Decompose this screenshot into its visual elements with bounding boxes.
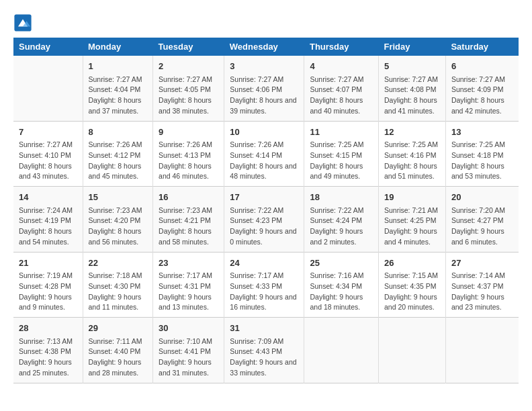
day-cell: 19Sunrise: 7:21 AMSunset: 4:25 PMDayligh… (378, 187, 445, 253)
day-info: Sunrise: 7:22 AMSunset: 4:24 PMDaylight:… (310, 205, 373, 248)
day-number: 25 (310, 257, 373, 270)
day-info: Sunrise: 7:18 AMSunset: 4:30 PMDaylight:… (89, 271, 148, 313)
day-cell: 16Sunrise: 7:23 AMSunset: 4:21 PMDayligh… (153, 187, 224, 253)
day-cell: 15Sunrise: 7:23 AMSunset: 4:20 PMDayligh… (83, 187, 153, 253)
day-number: 12 (384, 126, 440, 139)
day-info: Sunrise: 7:27 AMSunset: 4:06 PMDaylight:… (230, 75, 298, 117)
day-cell: 9Sunrise: 7:26 AMSunset: 4:13 PMDaylight… (153, 121, 224, 187)
day-cell: 7Sunrise: 7:27 AMSunset: 4:10 PMDaylight… (13, 121, 83, 187)
day-cell: 30Sunrise: 7:10 AMSunset: 4:41 PMDayligh… (153, 318, 224, 383)
day-cell: 13Sunrise: 7:25 AMSunset: 4:18 PMDayligh… (445, 121, 519, 187)
day-number: 20 (451, 191, 513, 204)
day-cell: 27Sunrise: 7:14 AMSunset: 4:37 PMDayligh… (445, 252, 519, 318)
day-cell (378, 318, 445, 383)
header-day-monday: Monday (83, 38, 153, 56)
week-row-2: 7Sunrise: 7:27 AMSunset: 4:10 PMDaylight… (13, 121, 519, 187)
day-cell (13, 56, 83, 121)
day-info: Sunrise: 7:16 AMSunset: 4:34 PMDaylight:… (310, 271, 373, 313)
day-cell: 2Sunrise: 7:27 AMSunset: 4:05 PMDaylight… (153, 56, 224, 121)
day-number: 27 (451, 257, 513, 270)
day-cell: 5Sunrise: 7:27 AMSunset: 4:08 PMDaylight… (378, 56, 445, 121)
day-number: 26 (384, 257, 440, 270)
week-row-4: 21Sunrise: 7:19 AMSunset: 4:28 PMDayligh… (13, 252, 519, 318)
header-day-saturday: Saturday (445, 38, 519, 56)
day-info: Sunrise: 7:27 AMSunset: 4:09 PMDaylight:… (451, 75, 513, 117)
day-number: 23 (159, 257, 218, 270)
day-number: 28 (19, 322, 77, 335)
day-info: Sunrise: 7:11 AMSunset: 4:40 PMDaylight:… (89, 336, 148, 379)
day-number: 22 (89, 257, 148, 270)
day-info: Sunrise: 7:20 AMSunset: 4:27 PMDaylight:… (451, 205, 513, 248)
day-cell: 21Sunrise: 7:19 AMSunset: 4:28 PMDayligh… (13, 252, 83, 318)
day-number: 8 (89, 126, 148, 139)
day-number: 9 (159, 126, 218, 139)
day-info: Sunrise: 7:24 AMSunset: 4:19 PMDaylight:… (19, 205, 77, 248)
day-cell: 22Sunrise: 7:18 AMSunset: 4:30 PMDayligh… (83, 252, 153, 318)
day-info: Sunrise: 7:10 AMSunset: 4:41 PMDaylight:… (159, 336, 218, 379)
day-cell: 14Sunrise: 7:24 AMSunset: 4:19 PMDayligh… (13, 187, 83, 253)
header-day-wednesday: Wednesday (224, 38, 304, 56)
day-cell: 28Sunrise: 7:13 AMSunset: 4:38 PMDayligh… (13, 318, 83, 383)
day-number: 11 (310, 126, 373, 139)
day-number: 17 (230, 191, 298, 204)
day-number: 31 (230, 322, 298, 335)
day-number: 1 (89, 60, 148, 73)
day-info: Sunrise: 7:17 AMSunset: 4:31 PMDaylight:… (159, 271, 218, 313)
day-cell: 11Sunrise: 7:25 AMSunset: 4:15 PMDayligh… (304, 121, 379, 187)
day-info: Sunrise: 7:26 AMSunset: 4:13 PMDaylight:… (159, 140, 218, 182)
day-cell: 8Sunrise: 7:26 AMSunset: 4:12 PMDaylight… (83, 121, 153, 187)
calendar-body: 1Sunrise: 7:27 AMSunset: 4:04 PMDaylight… (13, 56, 519, 383)
day-info: Sunrise: 7:23 AMSunset: 4:21 PMDaylight:… (159, 205, 218, 248)
day-cell: 6Sunrise: 7:27 AMSunset: 4:09 PMDaylight… (445, 56, 519, 121)
day-cell: 29Sunrise: 7:11 AMSunset: 4:40 PMDayligh… (83, 318, 153, 383)
day-cell: 20Sunrise: 7:20 AMSunset: 4:27 PMDayligh… (445, 187, 519, 253)
day-cell (445, 318, 519, 383)
day-info: Sunrise: 7:19 AMSunset: 4:28 PMDaylight:… (19, 271, 77, 313)
day-number: 13 (451, 126, 513, 139)
day-info: Sunrise: 7:26 AMSunset: 4:12 PMDaylight:… (89, 140, 148, 182)
day-number: 29 (89, 322, 148, 335)
logo (13, 13, 35, 32)
day-cell: 10Sunrise: 7:26 AMSunset: 4:14 PMDayligh… (224, 121, 304, 187)
day-number: 24 (230, 257, 298, 270)
day-info: Sunrise: 7:25 AMSunset: 4:15 PMDaylight:… (310, 140, 373, 182)
day-info: Sunrise: 7:25 AMSunset: 4:18 PMDaylight:… (451, 140, 513, 182)
day-info: Sunrise: 7:13 AMSunset: 4:38 PMDaylight:… (19, 336, 77, 379)
day-number: 4 (310, 60, 373, 73)
day-number: 7 (19, 126, 77, 139)
day-number: 6 (451, 60, 513, 73)
day-cell: 24Sunrise: 7:17 AMSunset: 4:33 PMDayligh… (224, 252, 304, 318)
week-row-3: 14Sunrise: 7:24 AMSunset: 4:19 PMDayligh… (13, 187, 519, 253)
page-header (13, 13, 519, 32)
day-info: Sunrise: 7:27 AMSunset: 4:05 PMDaylight:… (159, 75, 218, 117)
day-number: 30 (159, 322, 218, 335)
day-info: Sunrise: 7:15 AMSunset: 4:35 PMDaylight:… (384, 271, 440, 313)
day-info: Sunrise: 7:17 AMSunset: 4:33 PMDaylight:… (230, 271, 298, 313)
day-info: Sunrise: 7:27 AMSunset: 4:04 PMDaylight:… (89, 75, 148, 117)
header-day-sunday: Sunday (13, 38, 83, 56)
day-cell: 12Sunrise: 7:25 AMSunset: 4:16 PMDayligh… (378, 121, 445, 187)
day-number: 5 (384, 60, 440, 73)
day-info: Sunrise: 7:09 AMSunset: 4:43 PMDaylight:… (230, 336, 298, 379)
day-info: Sunrise: 7:27 AMSunset: 4:10 PMDaylight:… (19, 140, 77, 182)
day-cell: 4Sunrise: 7:27 AMSunset: 4:07 PMDaylight… (304, 56, 379, 121)
day-cell (304, 318, 379, 383)
day-info: Sunrise: 7:14 AMSunset: 4:37 PMDaylight:… (451, 271, 513, 313)
day-number: 21 (19, 257, 77, 270)
day-cell: 17Sunrise: 7:22 AMSunset: 4:23 PMDayligh… (224, 187, 304, 253)
day-number: 10 (230, 126, 298, 139)
day-cell: 23Sunrise: 7:17 AMSunset: 4:31 PMDayligh… (153, 252, 224, 318)
calendar-header: SundayMondayTuesdayWednesdayThursdayFrid… (13, 38, 519, 56)
calendar-table: SundayMondayTuesdayWednesdayThursdayFrid… (13, 38, 519, 383)
day-cell: 3Sunrise: 7:27 AMSunset: 4:06 PMDaylight… (224, 56, 304, 121)
day-info: Sunrise: 7:21 AMSunset: 4:25 PMDaylight:… (384, 205, 440, 248)
day-cell: 31Sunrise: 7:09 AMSunset: 4:43 PMDayligh… (224, 318, 304, 383)
day-cell: 25Sunrise: 7:16 AMSunset: 4:34 PMDayligh… (304, 252, 379, 318)
week-row-5: 28Sunrise: 7:13 AMSunset: 4:38 PMDayligh… (13, 318, 519, 383)
day-info: Sunrise: 7:22 AMSunset: 4:23 PMDaylight:… (230, 205, 298, 248)
day-cell: 1Sunrise: 7:27 AMSunset: 4:04 PMDaylight… (83, 56, 153, 121)
day-info: Sunrise: 7:27 AMSunset: 4:08 PMDaylight:… (384, 75, 440, 117)
day-info: Sunrise: 7:26 AMSunset: 4:14 PMDaylight:… (230, 140, 298, 182)
logo-icon (13, 13, 32, 32)
day-number: 16 (159, 191, 218, 204)
